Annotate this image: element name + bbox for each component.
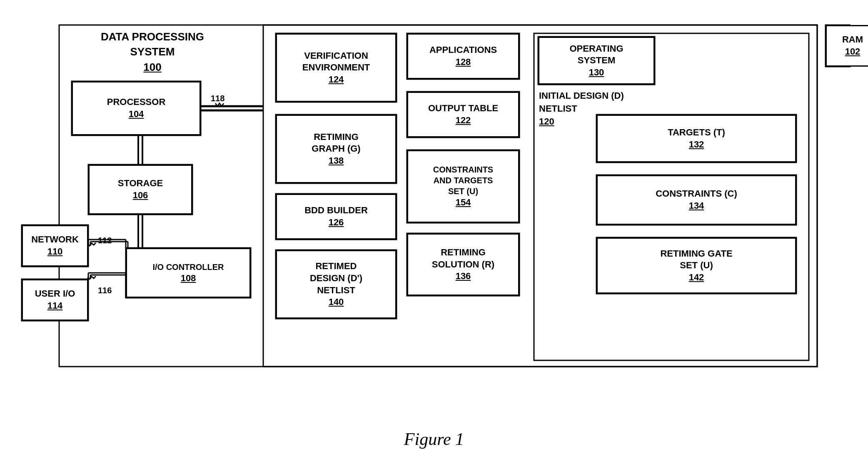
storage-box: STORAGE 106 (88, 165, 192, 215)
network-box: NETWORK 110 (22, 225, 88, 267)
processor-box: PROCESSOR 104 (72, 81, 201, 135)
verif-env-box: VERIFICATION ENVIRONMENT 124 (276, 33, 397, 102)
retiming-solution-box: RETIMING SOLUTION (R) 136 (407, 233, 519, 296)
constraints-c-box: CONSTRAINTS (C) 134 (596, 175, 796, 225)
operating-system-box: OPERATING SYSTEM 130 (538, 37, 655, 85)
label-112: 112 (98, 236, 112, 245)
label-116: 116 (98, 286, 112, 295)
bdd-builder-box: BDD BUILDER 126 (276, 194, 397, 240)
targets-box: TARGETS (T) 132 (596, 115, 796, 162)
ram-box: RAM 102 (826, 25, 868, 67)
retimed-design-box: RETIMED DESIGN (D') NETLIST 140 (276, 250, 397, 319)
figure-caption: Figure 1 (404, 429, 464, 449)
applications-box: APPLICATIONS 128 (407, 33, 519, 79)
dps-label: DATA PROCESSING SYSTEM 100 (101, 29, 204, 75)
label-118: 118 (211, 94, 224, 103)
user-io-box: USER I/O 114 (22, 279, 88, 321)
io-controller-box: I/O CONTROLLER 108 (126, 248, 251, 298)
retiming-graph-box: RETIMING GRAPH (G) 138 (276, 115, 397, 183)
output-table-box: OUTPUT TABLE 122 (407, 92, 519, 137)
retiming-gate-box: RETIMING GATE SET (U) 142 (596, 237, 796, 294)
constraints-targets-box: CONSTRAINTS AND TARGETS SET (U) 154 (407, 150, 519, 223)
